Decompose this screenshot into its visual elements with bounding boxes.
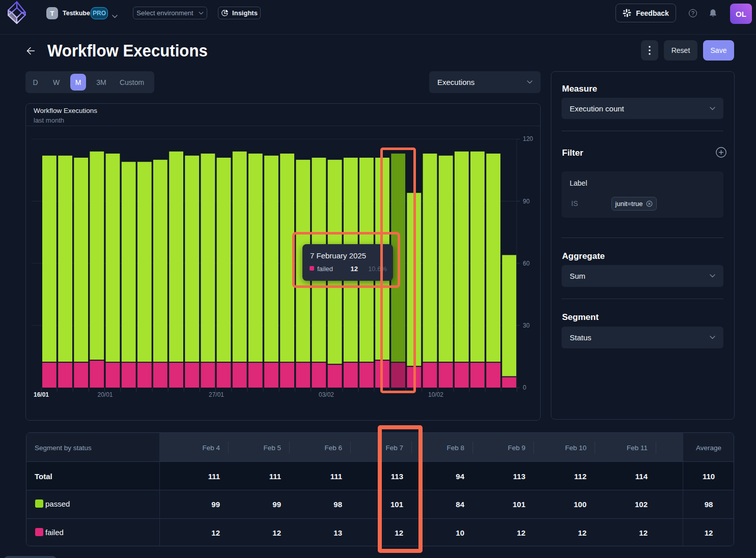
svg-text:20/01: 20/01: [97, 391, 113, 398]
svg-text:90: 90: [523, 198, 530, 205]
svg-text:16/01: 16/01: [34, 391, 49, 398]
svg-text:0: 0: [523, 384, 526, 391]
svg-text:27/01: 27/01: [209, 391, 224, 398]
svg-text:120: 120: [523, 135, 533, 142]
svg-text:30: 30: [523, 322, 530, 329]
svg-text:60: 60: [523, 260, 530, 267]
svg-text:03/02: 03/02: [319, 391, 334, 398]
svg-text:10/02: 10/02: [428, 391, 443, 398]
